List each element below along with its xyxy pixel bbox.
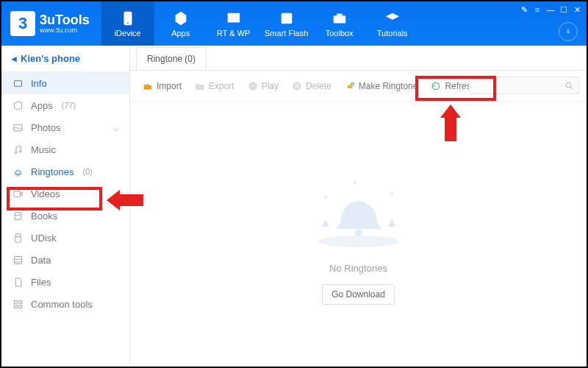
sidebar-item-common-tools[interactable]: Common tools [1, 293, 129, 315]
empty-text: No Ringtones [329, 263, 387, 274]
sidebar-item-udisk[interactable]: UDisk [1, 227, 129, 249]
chevron-down-icon: ⌵ [113, 122, 119, 133]
topnav-flash[interactable]: Smart Flash [260, 1, 313, 46]
svg-rect-2 [227, 13, 240, 22]
import-icon [143, 81, 153, 91]
top-nav: iDevice Apps RT & WP Smart Flash Toolbox… [101, 1, 419, 46]
sidebar-item-photos[interactable]: Photos ⌵ [1, 116, 129, 138]
sidebar-item-info[interactable]: Info [1, 72, 129, 94]
udisk-icon [12, 232, 24, 244]
play-button[interactable]: Play [243, 78, 284, 94]
data-icon [12, 254, 24, 266]
sidebar-item-ringtones[interactable]: Ringtones (0) [1, 160, 129, 183]
maximize-icon[interactable]: ☐ [559, 4, 569, 15]
download-icon [564, 27, 573, 36]
toolbar: Import Export Play Delete Make Ringtone … [130, 71, 587, 102]
svg-rect-16 [14, 305, 17, 308]
logo: 3 3uTools www.3u.com [1, 11, 101, 36]
svg-rect-15 [18, 300, 21, 303]
search-icon [564, 81, 574, 91]
topnav-toolbox[interactable]: Toolbox [313, 1, 366, 46]
sidebar-item-music[interactable]: Music [1, 138, 129, 160]
svg-rect-14 [14, 300, 17, 303]
close-icon[interactable]: ✕ [572, 4, 582, 15]
search-input[interactable] [469, 77, 579, 94]
delete-icon [292, 81, 302, 91]
svg-point-26 [354, 181, 356, 184]
logo-mark: 3 [10, 11, 35, 36]
device-name-label: Kien's phone [21, 53, 80, 64]
topnav-apps[interactable]: Apps [154, 1, 207, 46]
make-ringtone-button[interactable]: Make Ringtone [340, 78, 423, 94]
play-icon [248, 81, 258, 91]
topnav-label: Toolbox [326, 29, 354, 38]
graduation-icon [384, 10, 401, 26]
bell-plus-icon [345, 81, 355, 91]
apps-icon [173, 10, 189, 26]
sidebar-item-files[interactable]: Files [1, 271, 129, 293]
svg-rect-12 [15, 236, 21, 242]
download-button[interactable] [559, 22, 578, 41]
toolbar-label: Play [262, 81, 279, 91]
toolbar-label: Delete [306, 81, 331, 91]
menu-icon[interactable]: ≡ [532, 4, 542, 15]
sidebar-item-data[interactable]: Data [1, 249, 129, 271]
svg-rect-5 [337, 13, 342, 15]
topnav-idevice[interactable]: iDevice [101, 1, 154, 46]
sidebar-item-label: Videos [31, 188, 60, 199]
sidebar-item-label: Common tools [31, 299, 93, 310]
svg-rect-10 [13, 191, 20, 197]
sidebar-item-label: Info [31, 78, 47, 89]
svg-point-1 [127, 22, 129, 24]
window-controls: ✎ ≡ — ☐ ✕ [519, 4, 582, 15]
svg-rect-4 [333, 15, 345, 23]
sidebar-item-apps[interactable]: Apps (77) [1, 94, 129, 116]
grid-icon [12, 298, 24, 310]
book-icon [12, 210, 24, 222]
sidebar-item-label: Music [31, 144, 56, 155]
photos-icon [12, 121, 24, 133]
svg-point-23 [355, 230, 362, 237]
minimize-icon[interactable]: — [545, 4, 556, 15]
sidebar-item-label: Data [31, 255, 51, 266]
main-panel: Ringtone (0) Import Export Play Delete M… [130, 46, 587, 367]
sidebar-item-label: Photos [31, 122, 60, 133]
apps-icon [12, 99, 24, 111]
toolbar-label: Make Ringtone [359, 81, 418, 91]
svg-point-24 [324, 196, 327, 199]
empty-state: No Ringtones Go Download [130, 102, 587, 367]
logo-site: www.3u.com [40, 26, 90, 34]
export-icon [195, 81, 205, 91]
topnav-label: RT & WP [217, 29, 250, 38]
import-button[interactable]: Import [137, 78, 187, 94]
tab-ringtone[interactable]: Ringtone (0) [136, 47, 207, 70]
topnav-label: Smart Flash [265, 29, 308, 38]
sidebar-item-label: UDisk [31, 233, 57, 244]
topnav-label: Apps [171, 29, 190, 38]
svg-rect-6 [14, 80, 21, 86]
sidebar-item-label: Books [31, 210, 57, 222]
app-header: 3 3uTools www.3u.com iDevice Apps RT & W… [1, 1, 587, 46]
logo-name: 3uTools [40, 13, 90, 27]
topnav-tutorials[interactable]: Tutorials [366, 1, 419, 46]
go-download-button[interactable]: Go Download [322, 284, 395, 305]
refresh-icon [431, 81, 441, 91]
topnav-rtwp[interactable]: RT & WP [207, 1, 260, 46]
topnav-label: Tutorials [377, 29, 408, 38]
annotation-arrow-down [440, 105, 461, 144]
toolbox-icon [331, 10, 348, 26]
sidebar-item-label: Apps [31, 100, 53, 111]
svg-point-9 [19, 150, 21, 152]
bell-icon [12, 166, 24, 177]
empty-illustration [304, 164, 414, 252]
delete-button[interactable]: Delete [287, 78, 337, 94]
info-icon [12, 77, 24, 89]
sidebar-item-count: (77) [62, 101, 76, 110]
export-button[interactable]: Export [190, 78, 240, 94]
svg-rect-13 [14, 256, 21, 263]
sidebar-item-label: Files [31, 277, 51, 288]
device-name[interactable]: ◂ Kien's phone [1, 46, 129, 72]
skin-icon[interactable]: ✎ [519, 4, 529, 15]
svg-point-22 [318, 236, 399, 247]
toolbar-label: Import [157, 81, 182, 91]
